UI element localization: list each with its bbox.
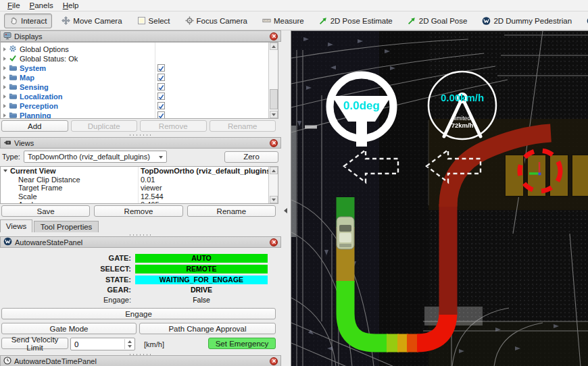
remove-button[interactable]: Remove [140, 120, 207, 132]
spinner-arrows[interactable] [124, 339, 134, 349]
expander-icon[interactable] [3, 95, 6, 99]
views-property-table[interactable]: Current View TopDownOrtho (rviz_default_… [0, 166, 278, 204]
display-checkbox[interactable] [157, 64, 165, 72]
display-item-system[interactable]: System [1, 63, 278, 73]
tool-move-camera[interactable]: Move Camera [56, 14, 127, 28]
view-type-dropdown[interactable]: TopDownOrtho (rviz_default_plugins) [24, 151, 167, 163]
panel-drag-handle[interactable] [128, 134, 153, 136]
tool-measure[interactable]: Measure [257, 14, 310, 28]
property-row[interactable]: Target Frame viewer [1, 184, 278, 192]
menu-panels[interactable]: Panels [25, 1, 58, 10]
property-row[interactable]: Angle 0.465 [1, 201, 278, 204]
close-icon[interactable] [270, 139, 278, 147]
speed-text: 0.00km/h [441, 92, 484, 103]
display-item-sensing[interactable]: Sensing [1, 82, 278, 92]
display-checkbox[interactable] [157, 111, 165, 119]
display-checkbox[interactable] [157, 102, 165, 109]
display-item-map[interactable]: Map [1, 73, 278, 82]
expander-icon[interactable] [3, 57, 6, 61]
views-remove-button[interactable]: Remove [94, 205, 182, 217]
scroll-thumb[interactable] [270, 89, 278, 109]
tab-tool-properties[interactable]: Tool Properties [34, 221, 99, 232]
folder-icon [9, 73, 17, 82]
panel-splitter[interactable] [281, 30, 291, 366]
datetime-panel-header: AutowareDateTimePanel [0, 355, 281, 366]
display-item-global-status[interactable]: Global Status: Ok [1, 54, 278, 63]
expander-icon[interactable] [3, 76, 6, 80]
displays-panel-title: Displays [14, 32, 43, 41]
steering-angle-text: 0.0deg [343, 99, 380, 112]
menu-help[interactable]: Help [58, 1, 84, 10]
chevron-down-icon [159, 156, 163, 159]
close-icon[interactable] [270, 357, 278, 365]
display-item-global-options[interactable]: Global Options [1, 45, 278, 54]
displays-tree[interactable]: Global Options Global Status: Ok System [0, 42, 278, 119]
property-row[interactable]: Near Clip Distance 0.01 [1, 176, 278, 184]
expander-icon[interactable] [3, 169, 7, 172]
tool-2d-pose-estimate[interactable]: 2D Pose Estimate [314, 14, 398, 28]
expander-icon[interactable] [3, 113, 6, 117]
property-row-current-view[interactable]: Current View TopDownOrtho (rviz_default_… [1, 167, 278, 176]
property-row[interactable]: Scale 12.544 [1, 192, 278, 201]
engage-button[interactable]: Engage [1, 308, 276, 319]
menu-file[interactable]: File [3, 1, 25, 10]
set-emergency-button[interactable]: Set Emergency [208, 338, 276, 349]
rename-button[interactable]: Rename [210, 120, 276, 132]
expander-icon[interactable] [3, 66, 6, 70]
status-badge: AUTO [135, 254, 268, 263]
tab-views[interactable]: Views [0, 219, 32, 232]
tool-focus-camera[interactable]: Focus Camera [180, 14, 253, 28]
scroll-up-icon[interactable] [270, 43, 278, 50]
save-button[interactable]: Save [1, 205, 90, 217]
folder-icon [9, 82, 17, 92]
expander-icon[interactable] [3, 85, 6, 89]
close-icon[interactable] [270, 32, 278, 41]
autoware-logo-icon [482, 16, 491, 25]
folder-icon [9, 111, 17, 119]
path-change-approval-button[interactable]: Path Change Approval [139, 323, 276, 334]
status-badge: REMOTE [135, 265, 268, 273]
3d-viewport[interactable]: 0.0deg 0.00km/h limited 72km/h [291, 30, 588, 366]
gate-mode-button[interactable]: Gate Mode [1, 323, 137, 334]
spin-up-icon[interactable] [128, 340, 132, 343]
road-edge-band [291, 126, 296, 237]
add-button[interactable]: Add [1, 120, 68, 132]
collapse-panel-icon[interactable] [284, 208, 287, 213]
display-item-planning[interactable]: Planning [1, 111, 278, 119]
send-velocity-limit-button[interactable]: Send Velocity Limit [1, 338, 68, 349]
gear-icon [9, 45, 17, 54]
scroll-down-icon[interactable] [270, 196, 278, 203]
views-scrollbar[interactable] [268, 167, 278, 203]
tool-2d-dummy-pedestrian[interactable]: 2D Dummy Pedestrian [476, 14, 577, 28]
state-row-engage: Engage: False [0, 295, 281, 305]
display-checkbox[interactable] [157, 74, 165, 81]
views-panel-header: Views [0, 137, 281, 149]
display-checkbox[interactable] [157, 83, 165, 90]
green-arrow-icon [319, 16, 328, 25]
display-item-localization[interactable]: Localization [1, 92, 278, 101]
velocity-limit-input[interactable] [71, 338, 124, 350]
views-rename-button[interactable]: Rename [187, 205, 276, 217]
close-icon[interactable] [270, 238, 278, 246]
state-panel-title: AutowareStatePanel [15, 238, 82, 246]
scroll-up-icon[interactable] [270, 167, 278, 174]
expander-icon[interactable] [3, 47, 6, 51]
spin-down-icon[interactable] [128, 345, 132, 348]
scroll-down-icon[interactable] [270, 111, 278, 118]
expander-icon[interactable] [3, 104, 6, 108]
display-checkbox[interactable] [157, 93, 165, 100]
tool-select[interactable]: Select [132, 14, 176, 28]
rviz-window: File Panels Help Interact Move Camera Se… [0, 0, 588, 366]
velocity-limit-spinner[interactable] [70, 338, 135, 350]
clock-icon [3, 357, 11, 366]
menu-bar: File Panels Help [0, 0, 588, 11]
tool-interact[interactable]: Interact [4, 14, 52, 28]
duplicate-button[interactable]: Duplicate [71, 120, 138, 132]
tool-2d-dummy-car[interactable]: 2D Dummy Car [581, 14, 588, 28]
speed-limit-label: limited [454, 115, 471, 122]
state-row-select: SELECT: REMOTE [0, 264, 281, 273]
displays-scrollbar[interactable] [268, 43, 278, 118]
zero-button[interactable]: Zero [224, 151, 278, 163]
display-item-perception[interactable]: Perception [1, 101, 278, 111]
tool-2d-goal-pose[interactable]: 2D Goal Pose [402, 14, 473, 28]
